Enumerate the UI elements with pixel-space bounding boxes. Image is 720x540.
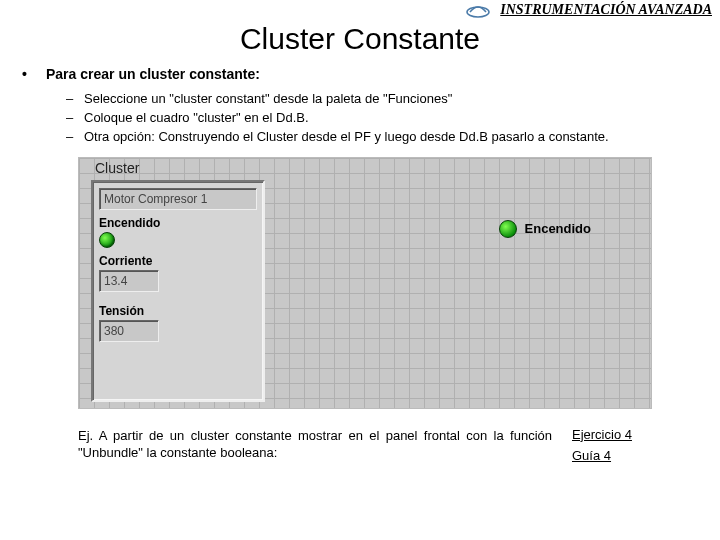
dash-icon: – bbox=[66, 128, 84, 147]
sub-item: – Otra opción: Construyendo el Cluster d… bbox=[66, 128, 692, 147]
sub-bullet-list: – Seleccione un "cluster constant" desde… bbox=[66, 90, 692, 147]
page-title: Cluster Constante bbox=[0, 22, 720, 56]
main-bullet-text: Para crear un cluster constante: bbox=[46, 66, 260, 82]
sub-item: – Coloque el cuadro "cluster" en el Dd.B… bbox=[66, 109, 692, 128]
corriente-field: 13.4 bbox=[99, 270, 159, 292]
cluster-constant-box: Motor Compresor 1 Encendido Corriente 13… bbox=[91, 180, 265, 402]
output-label: Encendido bbox=[525, 221, 591, 236]
tension-label: Tensión bbox=[99, 304, 263, 318]
footer-example-text: Ej. A partir de un cluster constante mos… bbox=[78, 427, 552, 462]
footer-links: Ejercicio 4 Guía 4 bbox=[572, 427, 662, 469]
led-on-icon bbox=[499, 220, 517, 238]
block-diagram: Cluster Motor Compresor 1 Encendido Corr… bbox=[78, 157, 652, 409]
exercise-link[interactable]: Ejercicio 4 bbox=[572, 427, 662, 442]
sub-item-text: Seleccione un "cluster constant" desde l… bbox=[84, 90, 692, 109]
brand-text: INSTRUMENTACIÓN AVANZADA bbox=[500, 2, 712, 18]
main-bullet: • Para crear un cluster constante: bbox=[18, 66, 692, 82]
guide-link[interactable]: Guía 4 bbox=[572, 448, 662, 463]
cluster-title: Cluster bbox=[95, 160, 139, 176]
sub-item-text: Otra opción: Construyendo el Cluster des… bbox=[84, 128, 692, 147]
led-on-icon bbox=[99, 232, 115, 248]
bullet-icon: • bbox=[18, 66, 46, 82]
output-indicator: Encendido bbox=[499, 220, 591, 238]
dash-icon: – bbox=[66, 109, 84, 128]
brand-logo-icon bbox=[466, 0, 490, 18]
tension-field: 380 bbox=[99, 320, 159, 342]
dash-icon: – bbox=[66, 90, 84, 109]
sub-item: – Seleccione un "cluster constant" desde… bbox=[66, 90, 692, 109]
cluster-name-field: Motor Compresor 1 bbox=[99, 188, 257, 210]
sub-item-text: Coloque el cuadro "cluster" en el Dd.B. bbox=[84, 109, 692, 128]
corriente-label: Corriente bbox=[99, 254, 263, 268]
bool-label: Encendido bbox=[99, 216, 263, 230]
